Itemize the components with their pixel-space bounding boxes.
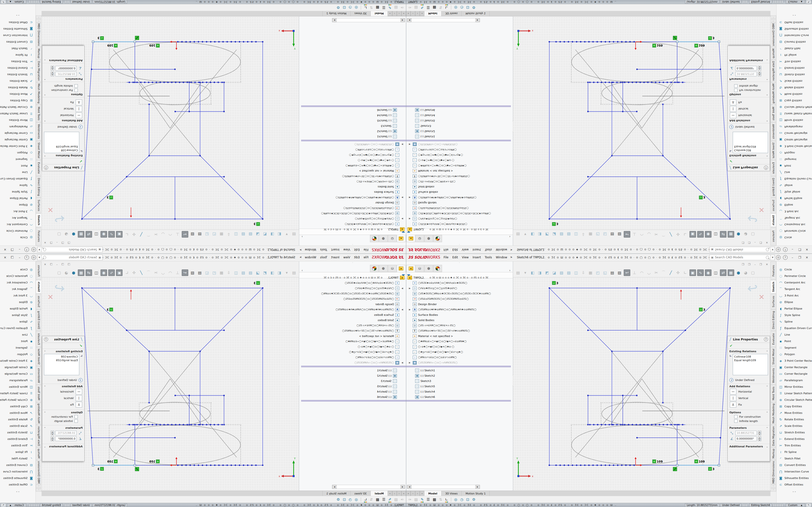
panel-help-icon[interactable]: ? (764, 166, 768, 170)
tool-item-segment[interactable]: ∷Segment (0, 344, 36, 351)
revolve-boss-icon[interactable]: ◨ (269, 270, 275, 276)
pin-icon[interactable]: ⚑ (510, 248, 513, 251)
confirmation-corner-cancel-icon[interactable]: ✕ (47, 206, 53, 214)
menu-window[interactable]: Window (494, 246, 509, 254)
tool-item-tangent-arc[interactable]: ⌒Tangent Arc (0, 215, 36, 221)
relation-item[interactable]: Collinear108 (734, 355, 767, 358)
tree-item-sketch1[interactable]: (-) Sketch1 (406, 368, 511, 373)
tool-item-equation-driven-curve[interactable]: ƒEquation Driven Curve (0, 325, 36, 332)
tabstrip-overflow[interactable]: ⁝ (770, 485, 776, 488)
grid-icon[interactable]: ▦ (376, 6, 379, 9)
clock-icon[interactable]: ◷ (349, 498, 352, 501)
menu-insert[interactable]: Insert (329, 246, 341, 254)
tool-item-polygon[interactable]: ◇Polygon (776, 150, 812, 156)
tree-item-scene[interactable]: ◯ƧƼ·∩✳₤ΑΜ◯⊙◯ΜΑ₤✳∩·ƧƼ◯ (406, 323, 511, 328)
tree-item-front-plane[interactable]: ◯✚ИΝ◎₤+◯✳◉I◯⊙◯I◉✳◯+₤◎ИΝ✚◯ (301, 339, 406, 344)
add-relation-horizontal[interactable]: —Horizontal (44, 389, 82, 394)
tool-item-center-rectangle[interactable]: ▣Center Rectangle (0, 136, 36, 143)
axis-icon[interactable]: ∟ (445, 6, 448, 9)
help-icon[interactable]: ? (24, 255, 29, 260)
tree-item-selection-sets[interactable]: ◯ƧƼ✚ƷƐƧƼ◯ИΝ◎⊙✚ƆCƷƐ∩ƷƐƧƼ◯⊙◯ƧƼƷƐ∩ƷƐƆC✚⊙◎ИΝ… (301, 211, 406, 216)
exit-sketch-icon[interactable]: ↩ (182, 231, 188, 237)
tab-next-button[interactable]: › (415, 11, 420, 16)
tree-item-solid-bodies[interactable]: Solid Bodies (406, 318, 511, 323)
tab-property-manager[interactable]: ⛁ (388, 265, 397, 272)
mirror-entities-icon[interactable]: ◫ (713, 270, 719, 276)
pattern-icon[interactable]: ◰ (595, 270, 601, 276)
checkbox[interactable] (734, 89, 738, 92)
status-unit-system[interactable]: Custom▲ (7, 0, 27, 4)
tree-item-scene[interactable]: ◯ƧƼ·∩✳₤ΑΜ◯⊙◯ΜΑ₤✳∩·ƧƼ◯ (406, 179, 511, 184)
tool-item-convert-entities[interactable]: ⊟Convert Entities (776, 39, 812, 45)
axis-icon[interactable]: ∟ (364, 498, 367, 501)
convert-entities-icon[interactable]: ▣ (690, 231, 696, 237)
tab-mbd-dimensions[interactable]: MBD Dimensions (770, 460, 776, 484)
tool-item-copy-entities[interactable]: ⊞Copy Entities (776, 403, 812, 410)
relations-listbox[interactable]: Collinear108Equal length109 (44, 354, 79, 375)
tool-item-stretch-entities[interactable]: ⊔Stretch Entities (776, 71, 812, 78)
add-relation-vertical[interactable]: |Vertical (730, 106, 768, 112)
tab-mbd-dimensions[interactable]: MBD Dimensions (770, 23, 776, 47)
loft-boss-icon[interactable]: ◪ (551, 231, 557, 237)
zebra-stripes-icon[interactable]: ▨ (190, 231, 196, 237)
grid-icon[interactable]: ▦ (433, 498, 436, 501)
tree-item-solid-bodies[interactable]: Solid Bodies (301, 184, 406, 189)
tool-item-style-spline[interactable]: ∫Style Spline (0, 312, 36, 319)
search-icon[interactable] (766, 248, 769, 251)
save-icon[interactable]: ▤ (609, 231, 615, 237)
doc-tab-3d-views[interactable]: 3D Views (442, 491, 462, 496)
tool-item-ellipse[interactable]: ⊘Ellipse (776, 299, 812, 305)
menu-view[interactable]: View (342, 253, 352, 262)
tree-item-sketch3[interactable]: Sketch3 (301, 378, 406, 384)
tab-configuration-manager[interactable]: ⊕ (379, 265, 388, 272)
panel-collapse-handle[interactable]: ◦ (299, 262, 406, 265)
tree-item-design-binder[interactable]: Design Binder (406, 200, 511, 206)
add-relation-horizontal[interactable]: —Horizontal (44, 113, 82, 118)
tool-item-ellipse[interactable]: ⊘Ellipse (0, 299, 36, 305)
doc-tab-motion-study-1[interactable]: Motion Study 1 (322, 491, 350, 496)
tool-item-polygon[interactable]: ◇Polygon (776, 351, 812, 357)
zebra-stripes-icon[interactable]: ▨ (616, 231, 622, 237)
refresh-check-icon[interactable]: ◎ (355, 6, 358, 9)
tree-item-sketch2[interactable]: (-) Sketch2 (406, 373, 511, 378)
tab-sketch[interactable]: Sketch (36, 280, 42, 294)
tab-direct-editing[interactable]: Direct Editing (36, 176, 42, 198)
move-entities-icon[interactable]: ⇄ (720, 231, 726, 237)
tool-item-circle[interactable]: ◎Circle (0, 234, 36, 241)
tool-item-ellipse[interactable]: ⊘Ellipse (0, 202, 36, 208)
menu-tools[interactable]: Tools (483, 253, 494, 262)
length-spinner[interactable]: ▲▼ (51, 431, 54, 435)
tab-evaluate[interactable]: Evaluate (36, 331, 42, 347)
tree-item-origin[interactable]: ◯ИΝ⊙ɔᵉ⊙₤◎◯⊙◯◎₤⊙ᵉɔ⊙ИΝ◯ (301, 355, 406, 360)
list-icon[interactable]: ☰ (382, 498, 385, 501)
tab-property-manager[interactable]: ⛁ (415, 265, 424, 272)
revolve-cut-icon[interactable]: ⇩ (226, 231, 232, 237)
clock-icon[interactable]: ◷ (460, 498, 463, 501)
tool-item-style-spline[interactable]: ∫Style Spline (776, 188, 812, 195)
arc-icon[interactable]: ◠ (639, 231, 645, 237)
doc-close-button[interactable]: ✕ (766, 241, 768, 244)
menu-file[interactable]: File (442, 253, 451, 262)
tab-sheet-metal[interactable]: Sheet Metal (770, 347, 776, 366)
tool-item-corner-rectangle[interactable]: ▭Corner Rectangle (776, 130, 812, 136)
folder-check-icon[interactable]: ⊡ (343, 498, 346, 501)
tree-item-annotations[interactable]: ▶◯ƧƼИΝ◎⊙✚Α✚◎ИΝΑ◯⊙◯ΑИΝ◎✚Α✚⊙◎ИΝƧƼ◯ (301, 195, 406, 200)
tree-item-material[interactable]: Material < not specified > (301, 168, 406, 174)
option-infinite-length[interactable]: Infinite length (734, 84, 768, 88)
offset-entities-icon[interactable]: ◉ (101, 231, 107, 237)
arc-icon[interactable]: ◠ (167, 270, 173, 276)
save-icon[interactable]: ▤ (197, 270, 203, 276)
brush-icon[interactable]: ✑ (408, 498, 412, 501)
checkbox[interactable] (74, 89, 78, 92)
tab-display-manager[interactable] (433, 265, 442, 272)
add-relation-fix[interactable]: ⚓Fix (730, 402, 768, 407)
open-doc-icon[interactable]: ▤ (515, 270, 521, 276)
tool-item-3-point-center-recta-[interactable]: ◈3 Point Center Recta... (0, 357, 36, 364)
open-doc-icon[interactable]: ▤ (291, 231, 297, 237)
panel-collapse-handle[interactable]: ◦ (406, 262, 513, 265)
arc-icon[interactable]: ◠ (167, 231, 173, 237)
tree-item-selection-sets[interactable]: ◯ƧƼ✚ƷƐƧƼ◯ИΝ◎⊙✚ƆCƷƐ∩ƷƐƧƼ◯⊙◯ƧƼƷƐ∩ƷƐƆC✚⊙◎ИΝ… (406, 211, 511, 216)
menu-window[interactable]: Window (494, 253, 509, 262)
tool-item-spline[interactable]: ∿Spline (0, 319, 36, 325)
tool-item-point[interactable]: ▪Point (776, 163, 812, 169)
